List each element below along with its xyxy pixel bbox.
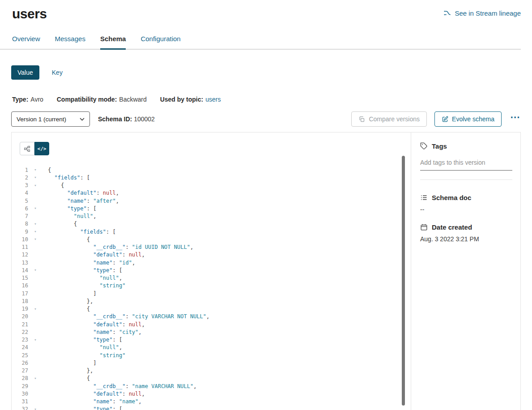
line-number: 3: [12, 182, 28, 188]
code-line: 30 "default": null,: [12, 390, 411, 397]
code-text: "name": "id",: [39, 260, 135, 266]
date-created-title: Date created: [432, 223, 472, 231]
scrollbar-thumb[interactable]: [402, 156, 405, 406]
line-number: 27: [12, 367, 28, 374]
line-number: 13: [12, 260, 28, 266]
line-number: 24: [12, 344, 28, 350]
code-text: "string": [39, 282, 125, 289]
line-number: 28: [12, 375, 28, 381]
fold-toggle-icon[interactable]: ▾: [32, 407, 39, 410]
stream-lineage-link[interactable]: See in Stream lineage: [443, 9, 521, 17]
fold-toggle-icon[interactable]: ▾: [32, 376, 39, 380]
toggle-key[interactable]: Key: [46, 65, 69, 80]
code-line: 21 "default": null,: [12, 320, 411, 328]
schema-sidebar: Tags Add tags to this version Schema doc…: [411, 132, 520, 410]
evolve-schema-button[interactable]: Evolve schema: [434, 111, 502, 127]
fold-toggle-icon[interactable]: ▾: [32, 184, 39, 188]
tab-configuration[interactable]: Configuration: [140, 35, 180, 49]
fold-toggle-icon[interactable]: ▾: [32, 268, 39, 272]
schema-doc-title: Schema doc: [432, 194, 471, 201]
line-number: 7: [12, 213, 28, 219]
code-line: 8▾ {: [12, 220, 411, 228]
schema-id-value: 100002: [134, 115, 155, 123]
line-number: 2: [12, 175, 28, 181]
code-text: {: [39, 306, 90, 312]
toggle-value[interactable]: Value: [11, 65, 39, 80]
compare-icon: [358, 116, 365, 123]
code-line: 31 "name": "name",: [12, 398, 411, 406]
line-number: 9: [12, 229, 28, 235]
tab-overview[interactable]: Overview: [12, 35, 40, 49]
schema-id-label: Schema ID:: [98, 115, 132, 123]
code-line: 14▾ "type": [: [12, 266, 411, 274]
fold-toggle-icon[interactable]: ▾: [32, 168, 39, 172]
schema-doc-header: Schema doc: [420, 194, 512, 201]
fold-toggle-icon[interactable]: ▾: [32, 230, 39, 234]
code-line: 22 "name": "city",: [12, 328, 411, 336]
tags-title: Tags: [432, 142, 447, 150]
code-text: "type": [: [39, 337, 122, 343]
line-number: 10: [12, 236, 28, 243]
tree-view-icon: [24, 145, 30, 152]
code-view-button[interactable]: </>: [34, 142, 49, 155]
code-line: 7 "null",: [12, 213, 411, 220]
type-label: Type:: [12, 96, 28, 103]
tag-icon: [420, 142, 428, 150]
line-number: 20: [12, 313, 28, 320]
code-line: 23▾ "type": [: [12, 336, 411, 344]
code-text: "default": null,: [39, 321, 145, 328]
more-options-button[interactable]: ⋯: [509, 115, 521, 123]
calendar-icon: [420, 223, 428, 231]
code-line: 20 "__crdb__": "city VARCHAR NOT NULL",: [12, 313, 411, 320]
line-number: 19: [12, 306, 28, 312]
code-text: },: [39, 367, 93, 374]
schema-id: Schema ID: 100002: [98, 115, 155, 123]
tab-schema[interactable]: Schema: [100, 35, 126, 50]
editor-view-toggle: </>: [20, 142, 411, 155]
code-text: "__crdb__": "name VARCHAR NULL",: [39, 383, 196, 389]
version-select-value: Version 1 (current): [17, 116, 66, 123]
code-text: "name": "city",: [39, 329, 142, 335]
code-text: "type": [: [39, 205, 96, 212]
topic-link[interactable]: users: [205, 96, 221, 103]
line-number: 8: [12, 221, 28, 227]
compare-versions-button[interactable]: Compare versions: [351, 111, 427, 127]
sidebar-divider: [420, 179, 512, 180]
fold-toggle-icon[interactable]: ▾: [32, 206, 39, 210]
line-number: 16: [12, 282, 28, 289]
code-text: {: [39, 236, 90, 243]
code-text: "type": [: [39, 267, 122, 273]
fold-toggle-icon[interactable]: ▾: [32, 338, 39, 342]
code-text: "null",: [39, 275, 122, 281]
line-number: 1: [12, 167, 28, 173]
code-line: 25 "string": [12, 351, 411, 359]
fold-toggle-icon[interactable]: ▾: [32, 307, 39, 311]
date-created-header: Date created: [420, 223, 512, 231]
line-number: 5: [12, 198, 28, 204]
topic-label: Used by topic:: [160, 96, 203, 103]
code-text: "null",: [39, 213, 96, 219]
evolve-schema-label: Evolve schema: [452, 115, 494, 123]
fold-toggle-icon[interactable]: ▾: [32, 237, 39, 241]
schema-meta: Type:Avro Compatibility mode:Backward Us…: [12, 96, 532, 103]
code-text: "type": [: [39, 406, 122, 410]
tags-section-header: Tags: [420, 142, 512, 150]
code-text: "default": null,: [39, 252, 145, 258]
tab-messages[interactable]: Messages: [55, 35, 85, 49]
line-number: 22: [12, 329, 28, 335]
code-line: 9▾ "fields": [: [12, 228, 411, 235]
code-line: 3▾ {: [12, 182, 411, 189]
fold-toggle-icon[interactable]: ▾: [32, 175, 39, 179]
controls-row: Version 1 (current) Schema ID: 100002 Co…: [11, 111, 521, 127]
fold-toggle-icon[interactable]: ▾: [32, 222, 39, 226]
line-number: 32: [12, 406, 28, 410]
code-lines: 1▾{2▾ "fields": [3▾ {4 "default": null,5…: [12, 166, 411, 410]
version-select[interactable]: Version 1 (current): [11, 111, 90, 127]
code-line: 5 "name": "after",: [12, 197, 411, 205]
code-line: 28▾ {: [12, 375, 411, 382]
page-title: users: [12, 6, 47, 21]
tree-view-button[interactable]: [20, 142, 34, 155]
code-text: {: [39, 182, 64, 188]
stream-lineage-label: See in Stream lineage: [455, 9, 521, 17]
tags-input[interactable]: Add tags to this version: [420, 159, 512, 171]
